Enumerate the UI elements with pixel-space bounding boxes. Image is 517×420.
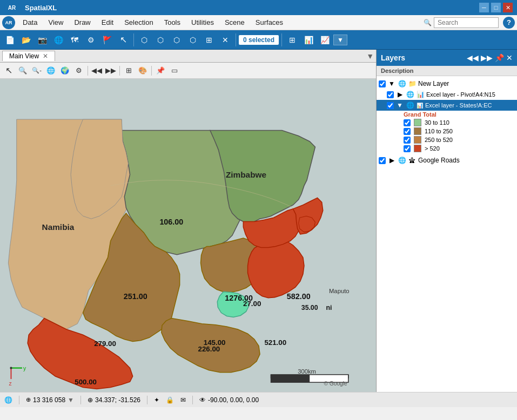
tb-select1[interactable]: ⬡ [137,32,152,48]
layers-nav-next[interactable]: ▶▶ [481,53,493,62]
tb-dropdown[interactable]: ▼ [333,35,347,45]
map-tb-next[interactable]: ▶▶ [104,64,117,77]
status-sep2 [80,396,81,404]
layers-header-buttons: ◀◀ ▶▶ 📌 ✕ [467,53,513,62]
menu-selection[interactable]: Selection [119,16,158,29]
lock-icon: 🔒 [166,396,174,404]
svg-text:35.00: 35.00 [301,304,318,311]
layer-checkbox-new-layer[interactable] [379,80,386,87]
status-stars[interactable]: ✦ [154,396,159,404]
layers-tree: ▼ 🌐 📁 New Layer ▶ 🌐 📊 Excel layer - Pivo… [377,76,517,392]
layer-label-new-layer: New Layer [418,80,515,87]
menu-edit[interactable]: Edit [96,16,119,29]
tb-new[interactable]: 📄 [2,32,17,48]
layer-checkbox-google-roads[interactable] [379,157,386,164]
tb-settings[interactable]: ⚙ [83,32,98,48]
tb-flag[interactable]: 🚩 [99,32,115,48]
legend-row-250-520: 250 to 520 [377,136,517,144]
tb-select3[interactable]: ⬡ [169,32,184,48]
app-title: AR SpatialXL [4,0,57,15]
map-tb-zoom-in[interactable]: 🔍 [16,64,29,77]
legend-checkbox-250-520[interactable] [404,137,411,144]
scale-value: 13 316 058 [33,396,65,404]
layer-checkbox-excel-pivot[interactable] [387,91,394,98]
tb-table1[interactable]: ⊞ [285,32,300,48]
legend-checkbox-520-plus[interactable] [404,145,411,152]
map-toolbar-sep3 [151,66,152,76]
tb-globe[interactable]: 🌐 [51,32,66,48]
layers-pin[interactable]: 📌 [495,53,504,62]
layer-expand-excel-states[interactable]: ▼ [395,101,404,110]
layer-row-excel-pivot[interactable]: ▶ 🌐 📊 Excel layer - Pivot!A4:N15 [377,89,517,100]
menu-scene[interactable]: Scene [219,16,250,29]
legend-title-row: Grand Total [377,111,517,118]
view-tab-close[interactable]: ✕ [43,52,48,60]
scale-dropdown[interactable]: ▼ [68,396,74,404]
map-tb-rect[interactable]: ▭ [168,64,181,77]
menu-tools[interactable]: Tools [159,16,186,29]
map-tb-prev[interactable]: ◀◀ [90,64,103,77]
map-tb-pointer[interactable]: ↖ [2,64,15,77]
layers-header: Layers ◀◀ ▶▶ 📌 ✕ [377,50,517,66]
tb-select5[interactable]: ⊞ [202,32,217,48]
map-toolbar: ↖ 🔍 🔍- 🌐 🌍 ⚙ ◀◀ ▶▶ ⊞ 🎨 📌 ▭ [0,63,376,79]
menu-data[interactable]: Data [17,16,43,29]
layer-row-new-layer[interactable]: ▼ 🌐 📁 New Layer [377,78,517,89]
menu-surfaces[interactable]: Surfaces [250,16,288,29]
legend-color-30-110 [414,119,421,126]
svg-text:27.00: 27.00 [243,300,261,308]
map-container[interactable]: Zimbabwe Namibia 106.00 251.00 1276.00 5… [0,79,376,392]
cursor-icon: ⊕ [88,396,93,404]
tb-select2[interactable]: ⬡ [153,32,168,48]
view-tab-bar: Main View ✕ ▼ [0,50,376,63]
layer-checkbox-excel-states[interactable] [387,102,394,109]
layer-row-google-roads[interactable]: ▶ 🌐 🛣 Google Roads [377,155,517,166]
map-tb-grid[interactable]: ⊞ [122,64,135,77]
tb-table3[interactable]: 📈 [317,32,332,48]
tb-map[interactable]: 🗺 [67,32,82,48]
status-scale[interactable]: ⊕ 13 316 058 ▼ [26,396,74,404]
map-tb-settings[interactable]: ⚙ [72,64,85,77]
tb-open[interactable]: 📂 [18,32,33,48]
legend-checkbox-110-250[interactable] [404,128,411,135]
restore-button[interactable]: □ [491,3,501,12]
map-tb-zoom-out[interactable]: 🔍- [30,64,43,77]
coord-3d: -90.00, 0.00, 0.00 [208,396,259,404]
minimize-button[interactable]: ─ [479,3,489,12]
layer-expand-new-layer[interactable]: ▼ [387,79,396,88]
tb-cursor[interactable]: ↖ [116,32,131,48]
layer-icon-excel-pivot: 🌐 [406,90,414,99]
svg-rect-18 [271,375,310,382]
map-tb-globe2[interactable]: 🌍 [58,64,71,77]
layer-expand-google-roads[interactable]: ▶ [387,156,396,165]
menu-draw[interactable]: Draw [69,16,96,29]
tb-clear[interactable]: ✕ [218,32,233,48]
legend-row-30-110: 30 to 110 [377,118,517,127]
help-button[interactable]: ? [503,17,515,29]
tb-camera[interactable]: 📷 [35,32,50,48]
status-lock[interactable]: 🔒 [166,396,174,404]
selected-count-badge: 0 selected [239,35,279,45]
legend-checkbox-30-110[interactable] [404,119,411,126]
view-tab-dropdown[interactable]: ▼ [366,52,374,60]
tb-table2[interactable]: 📊 [301,32,316,48]
search-input[interactable] [434,17,499,28]
layers-close[interactable]: ✕ [506,53,513,62]
layer-expand-excel-pivot[interactable]: ▶ [395,90,404,99]
layer-row-excel-states[interactable]: ▼ 🌐 📊 Excel layer - States!A:EC [377,100,517,111]
main-view-tab[interactable]: Main View ✕ [2,51,55,61]
status-globe[interactable]: 🌐 [4,396,12,404]
layer-type-excel-pivot: 📊 [416,90,425,99]
map-tb-palette[interactable]: 🎨 [136,64,149,77]
tb-select4[interactable]: ⬡ [185,32,200,48]
menu-view[interactable]: View [43,16,69,29]
layers-panel: Layers ◀◀ ▶▶ 📌 ✕ Description ▼ 🌐 📁 New L… [377,50,517,392]
map-tb-globe1[interactable]: 🌐 [44,64,57,77]
status-envelope[interactable]: ✉ [180,396,186,404]
map-tb-pin[interactable]: 📌 [154,64,167,77]
status-sep3 [147,396,147,404]
close-button[interactable]: ✕ [503,3,513,12]
layers-nav-prev[interactable]: ◀◀ [467,53,479,62]
layer-icon-google-roads: 🌐 [398,156,406,165]
menu-utilities[interactable]: Utilities [186,16,219,29]
